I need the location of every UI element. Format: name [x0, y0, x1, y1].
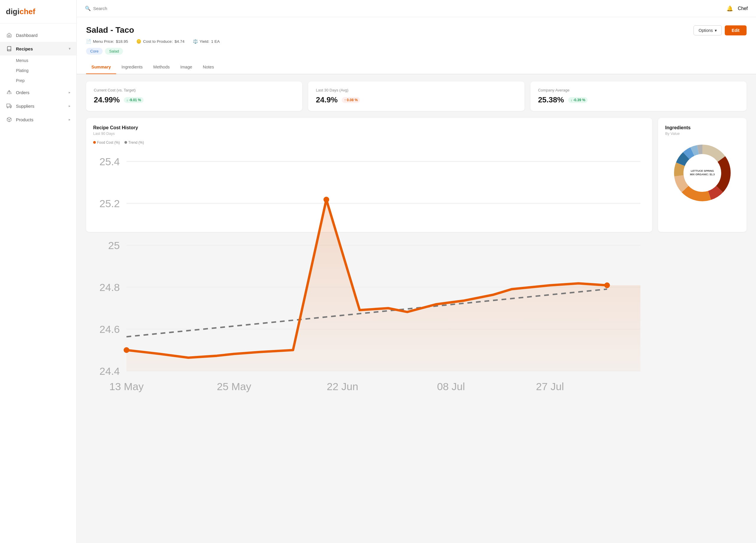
logo-chef: chef	[19, 7, 35, 16]
svg-text:24.4: 24.4	[99, 365, 120, 377]
topbar: 🔍 🔔 Chef	[77, 0, 756, 17]
chevron-down-icon: ▾	[715, 28, 717, 33]
sidebar-nav: Dashboard Recipes ▾ Menus Plating Prep O…	[0, 24, 76, 543]
book-icon	[6, 45, 12, 52]
stat-card-30day: Last 30 Days (Avg) 24.9% ↑ 0.08 %	[308, 81, 524, 111]
menu-price-meta: 📄 Menu Price: $18.95	[86, 39, 128, 44]
sidebar-item-orders[interactable]: Orders ▸	[0, 86, 76, 99]
legend-food-cost: Food Cost (%)	[93, 140, 120, 145]
sidebar-sub-item-menus[interactable]: Menus	[0, 55, 76, 65]
charts-row: Recipe Cost History Last 90 Days Food Co…	[86, 118, 747, 232]
svg-text:25.2: 25.2	[99, 198, 120, 209]
chevron-right-icon: ▸	[69, 104, 70, 108]
tab-summary[interactable]: Summary	[86, 60, 116, 74]
svg-text:27 Jul: 27 Jul	[536, 381, 564, 393]
truck-icon	[6, 103, 12, 109]
chevron-right-icon: ▸	[69, 117, 70, 122]
svg-text:22 Jun: 22 Jun	[327, 381, 358, 393]
svg-point-21	[323, 197, 329, 202]
page-header: Salad - Taco Options ▾ Edit 📄 Menu Price…	[77, 17, 756, 74]
logo-digi: digi	[6, 7, 19, 16]
sidebar-sub-item-plating[interactable]: Plating	[0, 65, 76, 76]
box-icon	[6, 116, 12, 123]
coin-icon: 🪙	[136, 39, 141, 44]
chevron-right-icon: ▸	[69, 90, 70, 94]
meta-row: 📄 Menu Price: $18.95 🪙 Cost to Produce: …	[86, 39, 747, 44]
svg-text:13 May: 13 May	[109, 381, 144, 393]
chart-legend: Food Cost (%) Trend (%)	[93, 140, 645, 145]
stats-row: Current Cost (vs. Target) 24.99% ↓ -9.01…	[86, 81, 747, 111]
sidebar-item-label: Orders	[16, 90, 29, 95]
sidebar-item-label: Products	[16, 117, 33, 122]
scale-icon: ⚖️	[193, 39, 198, 44]
chart-area: 25.4 25.2 25 24.8 24.6 24.4	[93, 148, 645, 225]
stat-badge-30day: ↑ 0.08 %	[342, 97, 360, 103]
svg-point-3	[7, 107, 8, 108]
svg-point-22	[604, 283, 610, 288]
sidebar-item-recipes[interactable]: Recipes ▾	[0, 42, 76, 55]
sidebar-item-label: Dashboard	[16, 33, 37, 38]
stat-badge-current: ↓ -9.01 %	[124, 97, 143, 103]
svg-point-20	[124, 347, 129, 353]
page-title: Salad - Taco	[86, 25, 134, 35]
document-icon: 📄	[86, 39, 91, 44]
chart-title: Recipe Cost History	[93, 125, 645, 130]
arrow-up-icon: ↑	[344, 98, 346, 102]
svg-text:24.6: 24.6	[99, 324, 120, 335]
header-actions: Options ▾ Edit	[693, 25, 747, 35]
svg-text:24.8: 24.8	[99, 282, 120, 293]
topbar-right: 🔔 Chef	[727, 5, 748, 12]
donut-subtitle: By Value	[665, 132, 739, 136]
tabs-row: Summary Ingredients Methods Image Notes	[77, 60, 756, 74]
stat-card-current-cost: Current Cost (vs. Target) 24.99% ↓ -9.01…	[86, 81, 302, 111]
tab-ingredients[interactable]: Ingredients	[116, 60, 148, 74]
sidebar-item-dashboard[interactable]: Dashboard	[0, 28, 76, 42]
bell-icon[interactable]: 🔔	[727, 5, 733, 12]
cost-meta: 🪙 Cost to Produce: $4.74	[136, 39, 184, 44]
tab-image[interactable]: Image	[175, 60, 197, 74]
donut-title: Ingredients	[665, 125, 739, 130]
tab-notes[interactable]: Notes	[198, 60, 219, 74]
svg-rect-1	[7, 104, 10, 107]
search-box: 🔍	[85, 6, 722, 11]
stat-card-company-avg: Company Average 25.38% ↓ -0.39 %	[530, 81, 747, 111]
sidebar-item-products[interactable]: Products ▸	[0, 113, 76, 126]
search-icon: 🔍	[85, 6, 91, 11]
svg-point-4	[10, 107, 11, 108]
yield-meta: ⚖️ Yield: 1 EA	[193, 39, 220, 44]
page-title-row: Salad - Taco Options ▾ Edit	[86, 25, 747, 35]
chevron-down-icon: ▾	[69, 47, 70, 51]
svg-text:25 May: 25 May	[217, 381, 251, 393]
svg-text:25: 25	[108, 239, 120, 251]
scale-icon	[6, 89, 12, 96]
svg-text:08 Jul: 08 Jul	[437, 381, 465, 393]
tab-methods[interactable]: Methods	[148, 60, 175, 74]
svg-text:25.4: 25.4	[99, 156, 120, 168]
home-icon	[6, 32, 12, 38]
arrow-down-icon: ↓	[571, 98, 572, 102]
sidebar-item-label: Suppliers	[16, 104, 34, 109]
main-content: 🔍 🔔 Chef Salad - Taco Options ▾ Edit	[77, 0, 756, 543]
donut-container: LETTUCE SPRING MIX ORGANIC: $1.3	[665, 140, 739, 205]
tag-core[interactable]: Core	[86, 48, 103, 55]
stat-value-company: 25.38%	[538, 95, 564, 104]
line-chart-svg: 25.4 25.2 25 24.8 24.6 24.4	[93, 148, 645, 396]
donut-tooltip: LETTUCE SPRING MIX ORGANIC: $1.3	[689, 169, 716, 176]
search-input[interactable]	[93, 6, 722, 11]
arrow-down-icon: ↓	[126, 98, 128, 102]
sidebar-sub-item-prep[interactable]: Prep	[0, 76, 76, 86]
chart-subtitle: Last 90 Days	[93, 132, 645, 136]
legend-trend: Trend (%)	[124, 140, 144, 145]
sidebar: digichef Dashboard Recipes ▾ Menus Plati…	[0, 0, 77, 543]
content-area: Salad - Taco Options ▾ Edit 📄 Menu Price…	[77, 17, 756, 543]
stat-value-current: 24.99%	[94, 95, 120, 104]
edit-button[interactable]: Edit	[725, 25, 747, 35]
svg-marker-2	[10, 105, 11, 107]
stat-value-30day: 24.9%	[316, 95, 338, 104]
tag-salad[interactable]: Salad	[105, 48, 123, 55]
stat-badge-company: ↓ -0.39 %	[568, 97, 588, 103]
line-chart-card: Recipe Cost History Last 90 Days Food Co…	[86, 118, 652, 232]
options-button[interactable]: Options ▾	[693, 25, 722, 35]
sidebar-item-label: Recipes	[16, 46, 33, 51]
sidebar-item-suppliers[interactable]: Suppliers ▸	[0, 99, 76, 113]
